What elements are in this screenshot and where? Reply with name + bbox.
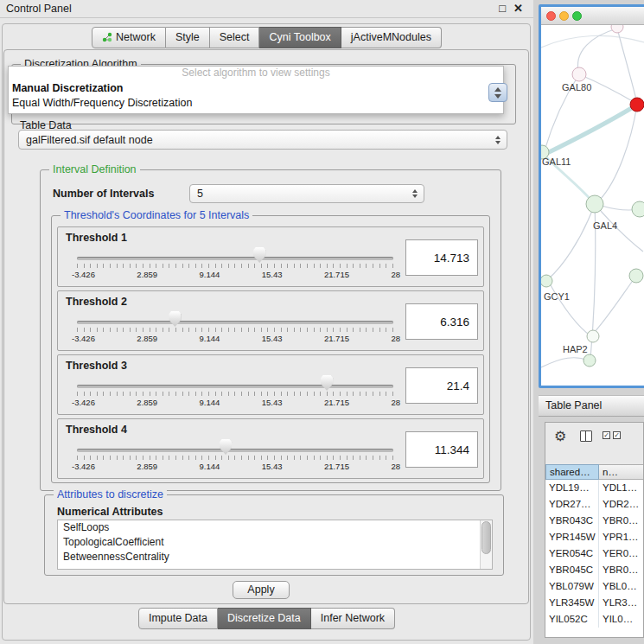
attribute-list-item[interactable]: TopologicalCoefficient [58,535,492,550]
float-window-icon[interactable]: □ [499,2,506,15]
tick-label: 15.43 [262,398,283,407]
node-unlabeled[interactable] [583,354,596,367]
slider-thumb[interactable] [220,439,232,455]
gear-icon[interactable]: ⚙ [554,428,566,444]
table-data-select[interactable]: galFiltered.sif default node [18,130,507,150]
threshold-1-slider[interactable]: -3.4262.8599.14415.4321.71528 [77,245,393,286]
cell-name: YBL0… [599,578,643,595]
node-unlabeled[interactable] [629,269,643,283]
algorithm-option-equal-width[interactable]: Equal Width/Frequency Discretization [9,96,503,111]
threshold-2-panel: Threshold 2 -3.4262.8599.14415.4321.7152… [57,290,484,351]
cell-shared-name: YDL19… [545,480,599,496]
network-highlight-edges [544,106,634,202]
table-row[interactable]: YDR27… YDR2… [545,496,643,513]
table-row[interactable]: YPR145W YPR1… [545,529,643,545]
tab-select-label: Select [220,31,250,43]
node-unlabeled[interactable] [611,25,623,33]
slider-thumb[interactable] [253,247,265,263]
minimize-traffic-light-icon[interactable] [559,11,569,21]
tab-jactivemnodules[interactable]: jActiveMNodules [341,27,442,48]
threshold-coordinates-group: Threshold's Coordinates for 5 Intervals … [51,215,490,483]
tick-label: 2.859 [137,334,157,343]
slider-thumb[interactable] [321,375,333,391]
node-gcy1[interactable] [541,275,552,287]
tab-infer-network[interactable]: Infer Network [311,608,395,629]
slider-track[interactable] [77,449,393,452]
close-panel-icon[interactable]: ✕ [513,2,523,15]
threshold-3-value-field[interactable] [405,367,478,404]
tick-label: 28 [391,334,400,343]
table-row[interactable]: YIL052C YIL0… [545,611,643,628]
network-canvas[interactable]: GAL80 GAL11 GAL4 GCY1 HAP2 [541,25,644,387]
algorithm-option-manual[interactable]: Manual Discretization [9,81,503,96]
tab-style[interactable]: Style [166,27,210,48]
slider-track[interactable] [77,257,393,260]
close-traffic-light-icon[interactable] [546,11,556,21]
tick-label: 2.859 [137,462,157,471]
tab-discretize-data[interactable]: Discretize Data [218,608,311,629]
table-row[interactable]: YDL19… YDL1… [545,480,643,496]
column-header-shared-name[interactable]: shared… [545,464,599,480]
number-of-intervals-select[interactable]: 5 [189,184,424,203]
columns-icon[interactable] [580,430,592,442]
combo-stepper-icon [412,189,424,198]
tab-network[interactable]: Network [92,27,166,48]
number-of-intervals-value: 5 [190,188,412,200]
cell-name: YER0… [599,545,643,562]
table-row[interactable]: YBR045C YBR0… [545,562,643,578]
select-columns-icon[interactable]: ✓ ✓ [603,431,621,439]
list-scrollbar[interactable] [480,520,492,569]
node-label-gal4: GAL4 [593,220,617,231]
threshold-3-slider[interactable]: -3.4262.8599.14415.4321.71528 [77,373,393,414]
cell-name: YBR0… [599,513,643,529]
network-window-titlebar [541,7,644,25]
threshold-4-label: Threshold 4 [66,424,127,436]
tick-label: 28 [391,398,400,407]
table-row[interactable]: YER054C YER0… [545,545,643,562]
node-gal4[interactable] [586,195,603,213]
node-hap2[interactable] [587,330,599,342]
attribute-list-item[interactable]: BetweennessCentrality [58,550,492,564]
tab-network-label: Network [116,31,156,43]
threshold-4-slider[interactable]: -3.4262.8599.14415.4321.71528 [77,437,393,478]
threshold-2-slider[interactable]: -3.4262.8599.14415.4321.71528 [77,309,393,350]
threshold-1-value-field[interactable] [405,239,478,276]
network-view-window[interactable]: GAL80 GAL11 GAL4 GCY1 HAP2 [539,4,644,388]
slider-track[interactable] [77,321,393,324]
attribute-list-item[interactable]: SelfLoops [58,520,492,535]
network-icon [102,32,112,42]
combo-stepper-icon [495,136,507,144]
slider-track[interactable] [77,385,393,388]
algorithm-combo-stepper[interactable] [488,83,507,102]
zoom-traffic-light-icon[interactable] [572,11,582,21]
node-selected-red[interactable] [630,98,644,112]
threshold-4-value-field[interactable] [405,431,478,468]
node-label-gal11: GAL11 [542,156,571,167]
apply-button[interactable]: Apply [233,581,290,599]
tick-label: 28 [391,270,400,279]
table-row[interactable]: YBL079W YBL0… [545,578,643,595]
slider-tickmarks [77,456,393,460]
node-unlabeled[interactable] [632,201,644,217]
table-row[interactable]: YBR043C YBR0… [545,513,643,529]
threshold-1-label: Threshold 1 [66,232,127,244]
scrollbar-thumb[interactable] [481,521,491,554]
tab-select[interactable]: Select [210,27,260,48]
tick-label: 21.715 [324,334,349,343]
tab-cyni-toolbox[interactable]: Cyni Toolbox [259,27,341,48]
tick-label: -3.426 [72,398,95,407]
node-gal80[interactable] [572,67,586,81]
numerical-attributes-list[interactable]: SelfLoopsTopologicalCoefficientBetweenne… [57,520,493,570]
slider-thumb[interactable] [169,311,181,327]
tab-impute-data[interactable]: Impute Data [138,608,218,629]
tick-label: 9.144 [200,462,220,471]
cell-shared-name: YLR345W [545,595,599,611]
column-header-name[interactable]: n… [599,464,643,480]
slider-tick-labels: -3.4262.8599.14415.4321.71528 [72,398,400,407]
threshold-2-value-field[interactable] [405,303,478,340]
top-tab-bar: Network Style Select Cyni Toolbox jActiv… [0,27,533,48]
tab-infer-label: Infer Network [321,612,385,624]
stepper-down-icon [494,94,501,99]
table-row[interactable]: YLR345W YLR3… [545,595,643,611]
tick-label: 2.859 [137,398,157,407]
